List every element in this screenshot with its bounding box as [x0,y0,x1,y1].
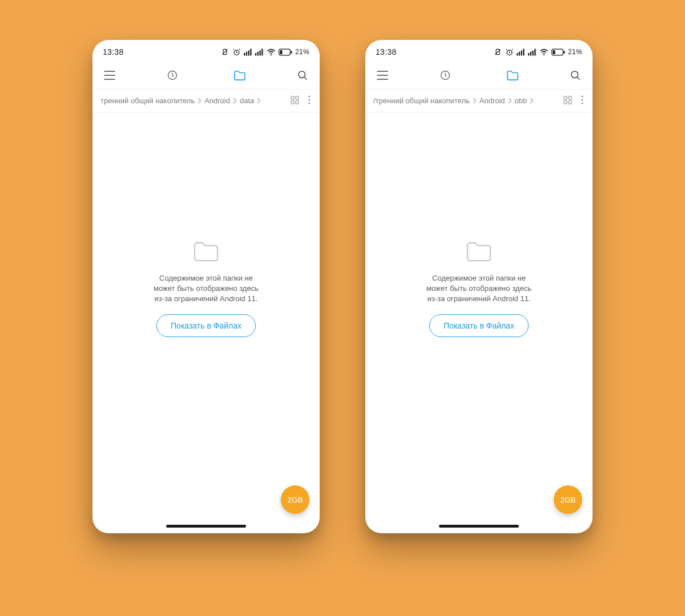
grid-icon [563,96,572,104]
folder-icon [233,70,246,81]
vibrate-off-icon [493,48,502,56]
breadcrumb[interactable]: тренний общий накопитель Android data [100,96,291,105]
svg-rect-31 [517,53,518,56]
empty-folder-icon [193,240,219,265]
signal-icon [255,48,264,56]
fab-label: 2GB [560,496,575,504]
svg-rect-51 [564,100,567,103]
tab-folders[interactable] [499,62,526,89]
wifi-icon [267,48,276,56]
svg-line-20 [304,77,307,79]
svg-point-55 [581,102,583,104]
menu-button[interactable] [96,62,123,89]
storage-fab[interactable]: 2GB [554,485,582,514]
battery-icon [279,48,292,56]
status-bar: 13:38 21% [92,40,320,60]
menu-button[interactable] [369,62,396,89]
menu-icon [377,71,388,80]
breadcrumb-segment[interactable]: obb [515,96,527,105]
breadcrumb-segment[interactable]: /тренний общий накопитель [373,96,470,105]
phone-screen: 13:38 21% [92,40,320,533]
menu-icon [104,71,115,80]
battery-percent: 21% [295,48,309,56]
screenshot-pair: 13:38 21% [0,0,685,616]
chevron-right-icon [257,98,261,104]
breadcrumb-bar: /тренний общий накопитель Android obb [365,89,593,112]
more-vertical-icon [581,95,583,104]
wifi-icon [539,48,549,56]
show-in-files-button[interactable]: Показать в Файлах [156,314,256,337]
more-button[interactable] [578,95,587,106]
clock-icon [440,70,451,81]
svg-rect-23 [291,100,294,103]
view-grid-button[interactable] [291,96,299,106]
alarm-icon [505,48,514,56]
chevron-right-icon [198,98,202,104]
search-icon [570,70,581,81]
svg-rect-7 [255,53,256,56]
svg-point-27 [308,102,310,104]
svg-rect-14 [291,50,292,53]
search-button[interactable] [562,62,589,89]
status-bar: 13:38 21% [365,40,593,60]
svg-rect-32 [519,51,520,55]
signal-icon [528,48,537,56]
svg-rect-41 [553,50,555,54]
tab-recent[interactable] [432,62,459,89]
top-toolbar [365,62,593,89]
more-button[interactable] [305,95,314,106]
svg-rect-34 [523,48,524,55]
search-icon [297,70,308,81]
chevron-right-icon [473,98,477,104]
svg-point-25 [308,95,310,97]
battery-percent: 21% [568,48,582,56]
svg-rect-9 [260,50,261,55]
top-toolbar [92,62,320,89]
svg-rect-49 [564,96,567,99]
storage-fab[interactable]: 2GB [281,485,309,514]
svg-rect-37 [533,50,534,55]
chevron-right-icon [508,98,512,104]
tab-folders[interactable] [226,62,253,89]
status-icons: 21% [220,48,309,56]
breadcrumb-segment[interactable]: Android [204,96,230,105]
svg-rect-4 [246,51,247,55]
svg-point-39 [543,54,545,55]
show-in-files-button[interactable]: Показать в Файлах [429,314,529,337]
svg-point-11 [271,54,272,55]
breadcrumb[interactable]: /тренний общий накопитель Android obb [373,96,563,105]
view-grid-button[interactable] [563,96,572,106]
svg-line-48 [577,77,579,79]
vibrate-off-icon [220,48,229,56]
svg-rect-10 [261,48,263,55]
svg-rect-13 [280,50,282,54]
svg-rect-35 [528,53,529,56]
empty-state-message: Содержимое этой папки не может быть отоб… [426,273,531,304]
status-time: 13:38 [376,47,397,56]
svg-rect-42 [564,50,565,53]
status-icons: 21% [493,48,582,56]
svg-rect-5 [248,50,249,55]
clock-icon [167,70,178,81]
svg-rect-22 [296,96,299,99]
svg-rect-24 [296,100,299,103]
svg-rect-36 [530,51,531,55]
empty-folder-icon [466,240,492,265]
nav-home-indicator[interactable] [166,525,246,528]
search-button[interactable] [289,62,316,89]
breadcrumb-segment[interactable]: Android [480,96,505,105]
battery-icon [551,48,565,56]
svg-rect-38 [534,48,535,55]
alarm-icon [232,48,241,56]
empty-state-message: Содержимое этой папки не может быть отоб… [154,273,259,304]
breadcrumb-bar: тренний общий накопитель Android data [92,89,320,112]
breadcrumb-segment[interactable]: data [240,96,254,105]
tab-recent[interactable] [159,62,186,89]
svg-rect-52 [569,100,571,103]
chevron-right-icon [233,98,237,104]
breadcrumb-segment[interactable]: тренний общий накопитель [100,96,195,105]
svg-rect-3 [244,53,245,56]
nav-home-indicator[interactable] [439,525,519,528]
svg-point-53 [581,95,583,97]
status-time: 13:38 [103,47,124,56]
